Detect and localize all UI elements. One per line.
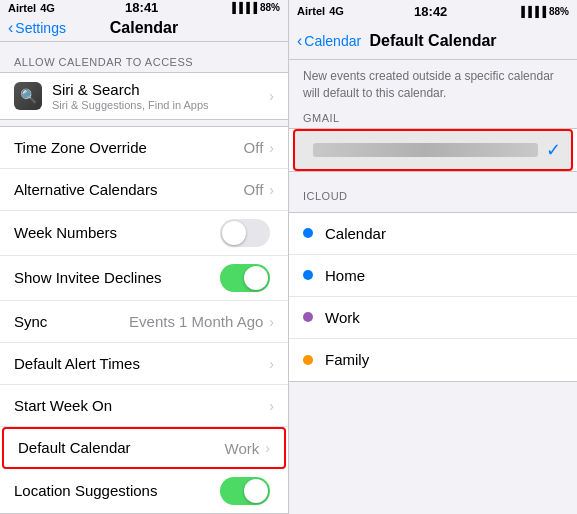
invitee-label: Show Invitee Declines [14,269,162,286]
time-left: 18:41 [125,0,158,15]
chevron-left-icon: ‹ [8,19,13,37]
alt-calendars-item[interactable]: Alternative Calendars Off › [0,169,288,211]
alt-calendars-chevron-icon: › [269,182,274,198]
time-right: 18:42 [414,4,447,19]
back-label-right[interactable]: Calendar [304,33,361,49]
dot-family-icon [303,355,313,365]
carrier-right: Airtel [297,5,325,17]
nav-bar-right: ‹ Calendar Default Calendar [289,22,577,60]
alt-calendars-label: Alternative Calendars [14,181,157,198]
home-item-label: Home [325,267,563,284]
default-calendar-item[interactable]: Default Calendar Work › [2,427,286,469]
siri-search-item[interactable]: 🔍 Siri & Search Siri & Suggestions, Find… [0,73,288,119]
back-button-left[interactable]: ‹ Settings [8,19,66,37]
timezone-chevron-icon: › [269,140,274,156]
alt-calendars-value: Off [244,181,264,198]
back-label-left[interactable]: Settings [15,20,66,36]
network-left: 4G [40,2,55,14]
nav-bar-left: ‹ Settings Calendar [0,15,288,42]
location-suggestions-label: Location Suggestions [14,482,157,499]
sync-value: Events 1 Month Ago [129,313,263,330]
invitee-toggle[interactable] [220,264,270,292]
default-calendar-chevron-icon: › [265,440,270,456]
work-item-label: Work [325,309,563,326]
status-bar-right: Airtel 4G 18:42 ▐▐▐▐ 88% [289,0,577,22]
week-numbers-knob [222,221,246,245]
siri-chevron-icon: › [269,88,274,104]
gmail-selected-item[interactable]: ✓ [293,129,573,171]
status-left: Airtel 4G [8,2,55,14]
location-suggestions-item[interactable]: Location Suggestions [0,469,288,513]
signal-icon: ▐▐▐▐ [229,2,257,13]
dot-home-icon [303,270,313,280]
timezone-item[interactable]: Time Zone Override Off › [0,127,288,169]
status-right-right: ▐▐▐▐ 88% [518,6,569,17]
calendar-item-home[interactable]: Home [289,255,577,297]
siri-content: Siri & Search Siri & Suggestions, Find i… [52,81,269,111]
start-week-label: Start Week On [14,397,112,414]
start-week-item[interactable]: Start Week On › [0,385,288,427]
status-bar-left: Airtel 4G 18:41 ▐▐▐▐ 88% [0,0,288,15]
week-numbers-item[interactable]: Week Numbers [0,211,288,256]
left-panel: Airtel 4G 18:41 ▐▐▐▐ 88% ‹ Settings Cale… [0,0,288,514]
nav-title-left: Calendar [110,19,178,37]
gmail-header: GMAIL [289,106,577,128]
invitee-knob [244,266,268,290]
default-alert-label: Default Alert Times [14,355,140,372]
week-numbers-toggle[interactable] [220,219,270,247]
back-button-right[interactable]: ‹ Calendar [297,32,361,50]
location-toggle-switch[interactable] [220,477,270,505]
battery-right: 88% [549,6,569,17]
calendar-item-work[interactable]: Work [289,297,577,339]
week-numbers-label: Week Numbers [14,224,117,241]
timezone-label: Time Zone Override [14,139,147,156]
carrier-left: Airtel [8,2,36,14]
default-calendar-label: Default Calendar [18,439,131,456]
sync-item[interactable]: Sync Events 1 Month Ago › [0,301,288,343]
timezone-value: Off [244,139,264,156]
calendar-item-label: Calendar [325,225,563,242]
battery-left: 88% [260,2,280,13]
gmail-group: ✓ [289,128,577,172]
sync-label: Sync [14,313,47,330]
start-week-chevron-icon: › [269,398,274,414]
week-numbers-toggle-switch[interactable] [220,219,270,247]
location-knob [244,479,268,503]
icloud-group: Calendar Home Work Family [289,212,577,382]
description-text: New events created outside a specific ca… [289,60,577,106]
icloud-header: ICLOUD [289,184,577,206]
default-alert-item[interactable]: Default Alert Times › [0,343,288,385]
location-toggle[interactable] [220,477,270,505]
status-right-left: ▐▐▐▐ 88% [229,2,280,13]
status-left-right: Airtel 4G [297,5,344,17]
settings-list: Time Zone Override Off › Alternative Cal… [0,126,288,514]
calendar-item-family[interactable]: Family [289,339,577,381]
gmail-blurred-label [313,143,538,157]
dot-work-icon [303,312,313,322]
network-right: 4G [329,5,344,17]
signal-right-icon: ▐▐▐▐ [518,6,546,17]
invitee-toggle-switch[interactable] [220,264,270,292]
sync-chevron-icon: › [269,314,274,330]
siri-sublabel: Siri & Suggestions, Find in Apps [52,99,269,111]
calendar-item-calendar[interactable]: Calendar [289,213,577,255]
family-item-label: Family [325,351,563,368]
siri-label: Siri & Search [52,81,269,98]
dot-calendar-icon [303,228,313,238]
gmail-checkmark-icon: ✓ [546,139,561,161]
nav-title-right: Default Calendar [369,32,496,50]
siri-group: 🔍 Siri & Search Siri & Suggestions, Find… [0,72,288,120]
default-calendar-value: Work [225,440,260,457]
default-alert-chevron-icon: › [269,356,274,372]
invitee-declines-item[interactable]: Show Invitee Declines [0,256,288,301]
siri-icon: 🔍 [14,82,42,110]
right-panel: Airtel 4G 18:42 ▐▐▐▐ 88% ‹ Calendar Defa… [288,0,577,514]
gmail-selected-inner: ✓ [295,131,571,169]
chevron-back-right-icon: ‹ [297,32,302,50]
allow-access-header: ALLOW CALENDAR TO ACCESS [0,42,288,72]
